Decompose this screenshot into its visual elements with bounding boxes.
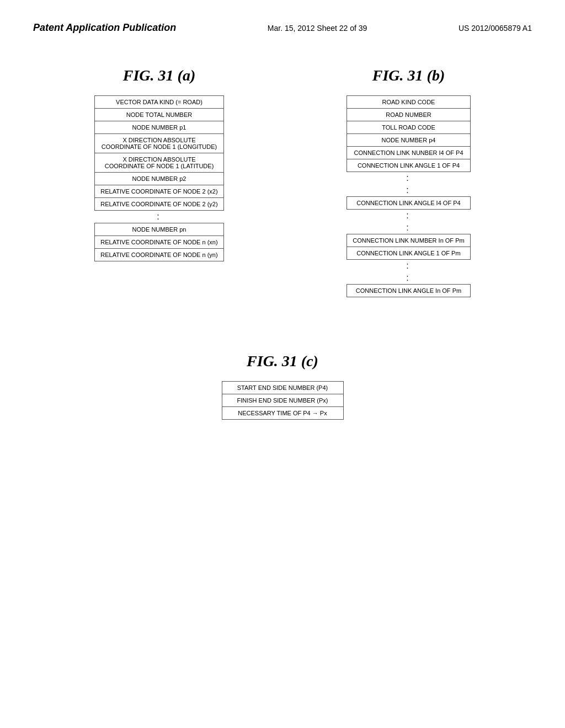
table-row: : [347, 222, 470, 234]
table-row: CONNECTION LINK ANGLE In OF Pm [347, 285, 470, 297]
fig-31c-label: FIG. 31 (c) [247, 352, 318, 370]
fig-31a-label: FIG. 31 (a) [123, 67, 195, 84]
table-row: : [347, 184, 470, 197]
page: Patent Application Publication Mar. 15, … [0, 0, 565, 728]
table-row: : [347, 272, 470, 285]
table-row: NODE NUMBER p4 [347, 134, 470, 147]
table-row: NODE TOTAL NUMBER [95, 109, 223, 121]
main-content: FIG. 31 (a) VECTOR DATA KIND (= ROAD)NOD… [33, 67, 532, 420]
table-row: NODE NUMBER pn [95, 223, 223, 236]
table-row: : [95, 211, 223, 223]
table-row: NODE NUMBER p2 [95, 173, 223, 185]
table-row: X DIRECTION ABSOLUTE COORDINATE OF NODE … [95, 153, 223, 173]
table-row: X DIRECTION ABSOLUTE COORDINATE OF NODE … [95, 134, 223, 153]
table-row: CONNECTION LINK ANGLE 1 OF Pm [347, 247, 470, 260]
table-row: VECTOR DATA KIND (= ROAD) [95, 96, 223, 109]
table-row: : [347, 172, 470, 185]
fig-31b-label: FIG. 31 (b) [372, 67, 445, 84]
table-row: RELATIVE COORDINATE OF NODE n (xn) [95, 236, 223, 249]
table-row: NECESSARY TIME OF P4 → Px [222, 407, 343, 420]
table-row: ROAD KIND CODE [347, 96, 470, 109]
table-row: : [347, 210, 470, 222]
fig-31a-table: VECTOR DATA KIND (= ROAD)NODE TOTAL NUMB… [94, 95, 223, 261]
fig-31c-table: START END SIDE NUMBER (P4)FINISH END SID… [222, 381, 344, 420]
fig-31c-section: FIG. 31 (c) START END SIDE NUMBER (P4)FI… [222, 352, 344, 420]
fig-31b-table: ROAD KIND CODEROAD NUMBERTOLL ROAD CODEN… [347, 95, 470, 297]
table-row: TOLL ROAD CODE [347, 121, 470, 134]
figures-row-ab: FIG. 31 (a) VECTOR DATA KIND (= ROAD)NOD… [33, 67, 532, 297]
table-row: START END SIDE NUMBER (P4) [222, 382, 343, 394]
table-row: ROAD NUMBER [347, 109, 470, 121]
fig-31b-container: FIG. 31 (b) ROAD KIND CODEROAD NUMBERTOL… [347, 67, 470, 297]
publication-date-sheet: Mar. 15, 2012 Sheet 22 of 39 [268, 24, 367, 33]
publication-number: US 2012/0065879 A1 [459, 24, 532, 33]
table-row: NODE NUMBER p1 [95, 121, 223, 134]
fig-31a-container: FIG. 31 (a) VECTOR DATA KIND (= ROAD)NOD… [94, 67, 223, 261]
table-row: RELATIVE COORDINATE OF NODE 2 (y2) [95, 198, 223, 211]
table-row: CONNECTION LINK NUNBER I4 OF P4 [347, 147, 470, 159]
header: Patent Application Publication Mar. 15, … [33, 22, 532, 34]
publication-title: Patent Application Publication [33, 22, 176, 34]
table-row: RELATIVE COORDINATE OF NODE 2 (x2) [95, 185, 223, 198]
table-row: FINISH END SIDE NUMBER (Px) [222, 394, 343, 407]
table-row: CONNECTION LINK ANGLE I4 OF P4 [347, 197, 470, 210]
table-row: CONNECTION LINK ANGLE 1 OF P4 [347, 159, 470, 172]
table-row: RELATIVE COORDINATE OF NODE n (yn) [95, 249, 223, 261]
table-row: : [347, 260, 470, 272]
table-row: CONNECTION LINK NUMBER In OF Pm [347, 234, 470, 247]
